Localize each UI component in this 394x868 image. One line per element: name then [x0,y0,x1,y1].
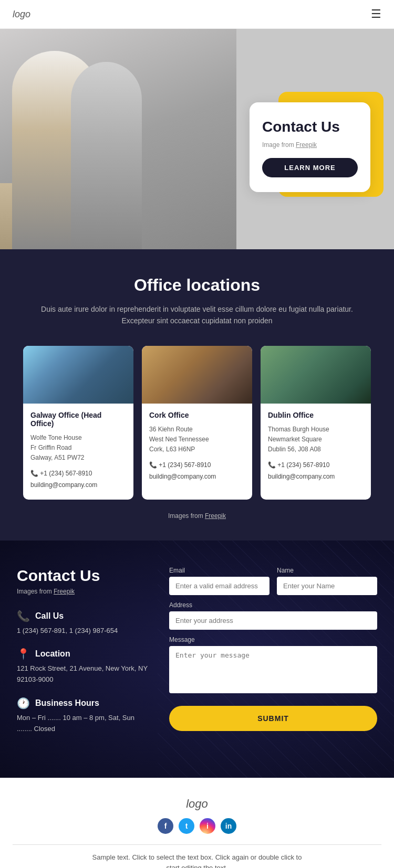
location-label: Location [35,649,70,659]
address-label: Address [169,601,377,609]
hero-title: Contact Us [262,118,358,136]
twitter-icon[interactable]: t [179,818,194,834]
hero-person2 [71,62,142,249]
call-us-label: Call Us [35,611,64,621]
office-contact-cork: +1 (234) 567-8910 building@company.com [149,460,245,482]
contact-us-section: Contact Us Images from Freepik 📞 Call Us… [0,541,394,778]
address-field[interactable] [169,611,377,630]
contact-title: Contact Us [17,567,148,585]
hero-freepik-link[interactable]: Freepik [296,141,317,149]
form-row-email-name: Email Name [169,567,377,595]
submit-button[interactable]: SUBMIT [169,706,377,731]
footer: logo f t i in Sample text. Click to sele… [0,778,394,868]
name-label: Name [277,567,377,574]
instagram-icon[interactable]: i [200,818,215,834]
email-label: Email [169,567,269,574]
linkedin-icon[interactable]: in [221,818,236,834]
form-row-address: Address [169,601,377,630]
form-group-name: Name [277,567,377,595]
office-contact-dublin: +1 (234) 567-8910 building@company.com [268,460,364,482]
clock-icon: 🕐 [17,697,30,710]
office-subtitle: Duis aute irure dolor in reprehenderit i… [16,303,378,327]
contact-inner: Contact Us Images from Freepik 📞 Call Us… [17,567,377,746]
office-contact-galway: +1 (234) 567-8910 building@company.com [30,468,126,491]
hero-freepik-line: Image from Freepik [262,141,358,149]
phone-icon: 📞 [17,610,30,622]
office-name-dublin: Dublin Office [268,411,364,419]
hero-section: Contact Us Image from Freepik LEARN MORE [0,29,394,249]
footer-logo: logo [13,797,381,811]
contact-form-panel: Email Name Address Message [169,567,377,746]
hours-label: Business Hours [35,698,99,708]
footer-sample-text: Sample text. Click to select the text bo… [13,852,381,868]
facebook-icon[interactable]: f [158,818,173,834]
office-phone-dublin: +1 (234) 567-8910 [268,460,364,471]
form-group-email: Email [169,567,269,595]
office-cards-container: Galway Office (Head Office) Wolfe Tone H… [16,346,378,500]
learn-more-button[interactable]: LEARN MORE [262,158,358,177]
office-title: Office locations [16,276,378,295]
office-name-cork: Cork Office [149,411,245,419]
office-image-cork [142,346,252,404]
social-icons: f t i in [13,818,381,834]
form-group-message: Message [169,636,377,695]
office-name-galway: Galway Office (Head Office) [30,411,126,428]
footer-divider [13,844,381,845]
form-group-address: Address [169,601,377,630]
office-freepik-note: Images from Freepik [16,512,378,520]
navbar-logo: logo [13,9,30,20]
office-image-dublin [261,346,371,404]
office-address-galway: Wolfe Tone House Fr Griffin Road Galway,… [30,433,126,463]
hours-text: Mon – Fri ....... 10 am – 8 pm, Sat, Sun… [17,713,148,735]
office-phone-galway: +1 (234) 567-8910 [30,468,126,480]
location-address: 121 Rock Street, 21 Avenue, New York, NY… [17,663,148,685]
office-freepik-link[interactable]: Freepik [205,512,226,520]
office-email-cork: building@company.com [149,471,245,483]
navbar: logo ☰ [0,0,394,29]
location-icon: 📍 [17,648,30,660]
office-image-galway [23,346,133,404]
office-card-cork: Cork Office 36 Kiehn Route West Ned Tenn… [142,346,252,500]
contact-hours: 🕐 Business Hours Mon – Fri ....... 10 am… [17,697,148,735]
office-address-dublin: Thomas Burgh House Newmarket Square Dubl… [268,425,364,455]
contact-freepik-note: Images from Freepik [17,588,148,595]
call-us-number: 1 (234) 567-891, 1 (234) 987-654 [17,626,148,637]
contact-location: 📍 Location 121 Rock Street, 21 Avenue, N… [17,648,148,685]
office-email-dublin: building@company.com [268,471,364,483]
message-label: Message [169,636,377,643]
office-card-dublin: Dublin Office Thomas Burgh House Newmark… [261,346,371,500]
form-row-message: Message [169,636,377,695]
contact-left-panel: Contact Us Images from Freepik 📞 Call Us… [17,567,148,746]
message-field[interactable] [169,646,377,693]
contact-call-us: 📞 Call Us 1 (234) 567-891, 1 (234) 987-6… [17,610,148,637]
contact-freepik-link[interactable]: Freepik [54,588,75,595]
hero-image [0,29,236,249]
office-email-galway: building@company.com [30,480,126,491]
email-field[interactable] [169,577,269,595]
office-section: Office locations Duis aute irure dolor i… [0,249,394,541]
hero-contact-card: Contact Us Image from Freepik LEARN MORE [250,102,370,192]
name-field[interactable] [277,577,377,595]
office-address-cork: 36 Kiehn Route West Ned Tennessee Cork, … [149,425,245,455]
office-phone-cork: +1 (234) 567-8910 [149,460,245,471]
office-card-galway: Galway Office (Head Office) Wolfe Tone H… [23,346,133,500]
hamburger-menu-icon[interactable]: ☰ [371,7,381,21]
